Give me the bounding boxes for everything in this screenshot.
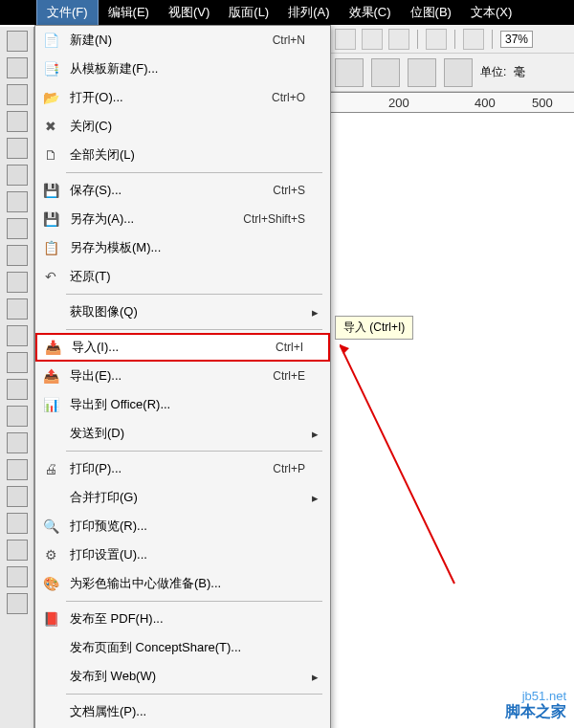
- menu-item-icon: [37, 701, 64, 722]
- toolbox: [0, 27, 34, 728]
- menu-item-label: 另存为模板(M)...: [64, 239, 305, 256]
- menu-item-f[interactable]: 📑从模板新建(F)...: [35, 55, 330, 83]
- tool-rect-icon[interactable]: [7, 272, 28, 293]
- menu-item-c[interactable]: ✖关闭(C): [35, 112, 330, 141]
- menu-item-conceptsharet[interactable]: 发布页面到 ConceptShare(T)...: [35, 633, 330, 662]
- menu-item-icon: 📄: [37, 30, 64, 51]
- tb-btn-5[interactable]: [463, 29, 484, 50]
- menu-file[interactable]: 文件(F): [36, 0, 99, 26]
- submenu-arrow-icon: ▸: [309, 427, 320, 441]
- watermark-text: 脚本之家: [505, 702, 566, 722]
- tb-btn-2[interactable]: [362, 29, 383, 50]
- tool-crop-icon[interactable]: [7, 165, 28, 186]
- menu-item-b[interactable]: 🎨为彩色输出中心做准备(B)...: [35, 569, 330, 598]
- menu-view[interactable]: 视图(V): [159, 0, 219, 25]
- tool-eyedrop-icon[interactable]: [7, 513, 28, 534]
- menu-item-icon: 📕: [37, 608, 64, 629]
- prop-icon-1[interactable]: [335, 58, 364, 87]
- tool-shape-icon[interactable]: [7, 138, 28, 159]
- menu-item-icon: 📂: [37, 87, 64, 108]
- menu-item-label: 另存为(A)...: [64, 210, 243, 228]
- menu-item-label: 从模板新建(F)...: [64, 60, 305, 77]
- menu-item-label: 保存(S)...: [64, 182, 273, 199]
- tool-smart-icon[interactable]: [7, 245, 28, 266]
- tool-zoom-icon[interactable]: [7, 191, 28, 212]
- menu-item-label: 打开(O)...: [64, 89, 272, 106]
- tb-btn-3[interactable]: [388, 29, 409, 50]
- menu-arrange[interactable]: 排列(A): [278, 0, 339, 25]
- menu-item-o[interactable]: 📂打开(O)...Ctrl+O: [35, 83, 330, 112]
- menu-item-icon: ✖: [37, 116, 64, 137]
- menu-item-t[interactable]: ↶还原(T): [35, 262, 330, 291]
- menu-item-shortcut: Ctrl+N: [273, 33, 309, 47]
- menu-item-a[interactable]: 💾另存为(A)...Ctrl+Shift+S: [35, 205, 330, 233]
- menu-item-i[interactable]: 📥导入(I)...Ctrl+I: [35, 333, 330, 362]
- menu-item-label: 文档属性(P)...: [64, 703, 305, 720]
- menu-item-label: 还原(T): [64, 268, 305, 285]
- menu-item-label: 导入(I)...: [66, 339, 276, 356]
- menu-item-webw[interactable]: 发布到 Web(W)▸: [35, 662, 330, 691]
- menu-item-l[interactable]: 🗋全部关闭(L): [35, 141, 330, 169]
- menu-edit[interactable]: 编辑(E): [99, 0, 159, 25]
- prop-icon-3[interactable]: [408, 58, 436, 87]
- menu-effects[interactable]: 效果(C): [340, 0, 401, 25]
- menu-item-label: 发布至 PDF(H)...: [64, 610, 305, 628]
- prop-icon-2[interactable]: [371, 58, 400, 87]
- tool-table-icon[interactable]: [7, 406, 28, 427]
- tool-ellipse-icon[interactable]: [7, 298, 28, 320]
- menu-item-d[interactable]: 发送到(D)▸: [35, 419, 330, 448]
- menu-item-icon: 💾: [37, 180, 64, 201]
- tool-basic-icon[interactable]: [7, 352, 28, 373]
- menu-item-icon: 📋: [37, 237, 64, 258]
- tool-polygon-icon[interactable]: [7, 325, 28, 346]
- menu-item-e[interactable]: 📤导出(E)...Ctrl+E: [35, 362, 330, 390]
- menu-item-p[interactable]: 文档属性(P)...: [35, 697, 330, 726]
- tool-open-icon[interactable]: [7, 57, 28, 78]
- tool-outline-icon[interactable]: [7, 540, 28, 561]
- menu-item-label: 导出(E)...: [64, 367, 273, 385]
- menu-item-p[interactable]: 🖨打印(P)...Ctrl+P: [35, 454, 330, 483]
- property-bar: 单位: 毫: [331, 54, 574, 92]
- tool-new-icon[interactable]: [7, 31, 28, 52]
- menu-item-n[interactable]: 📄新建(N)Ctrl+N: [35, 26, 330, 55]
- menu-item-u[interactable]: ⚙打印设置(U)...: [35, 540, 330, 569]
- menu-item-shortcut: Ctrl+P: [273, 462, 309, 475]
- menu-item-m[interactable]: 📋另存为模板(M)...: [35, 233, 330, 262]
- menu-item-icon: ↶: [37, 266, 64, 287]
- zoom-level[interactable]: 37%: [500, 31, 533, 48]
- toolbar-separator: [454, 30, 455, 49]
- menu-layout[interactable]: 版面(L): [219, 0, 278, 25]
- menu-item-icon: 📤: [37, 365, 64, 386]
- tool-connector-icon[interactable]: [7, 459, 28, 480]
- menu-item-q[interactable]: 获取图像(Q)▸: [35, 298, 330, 326]
- submenu-arrow-icon: ▸: [309, 670, 320, 684]
- menu-item-icon: 🖨: [37, 458, 64, 479]
- menu-item-label: 打印预览(R)...: [64, 518, 305, 535]
- menu-item-pdfh[interactable]: 📕发布至 PDF(H)...: [35, 605, 330, 633]
- tool-texttool-icon[interactable]: [7, 379, 28, 400]
- menu-item-r[interactable]: 🔍打印预览(R)...: [35, 512, 330, 540]
- tool-pick-icon[interactable]: [7, 111, 28, 132]
- tool-dim-icon[interactable]: [7, 432, 28, 453]
- tb-btn-1[interactable]: [335, 29, 356, 50]
- tool-text-icon[interactable]: [7, 84, 28, 105]
- menu-item-g[interactable]: 合并打印(G)▸: [35, 483, 330, 512]
- tool-freehand-icon[interactable]: [7, 218, 28, 239]
- menu-item-label: 合并打印(G): [64, 489, 305, 506]
- tool-fill-icon[interactable]: [7, 566, 28, 587]
- unit-value[interactable]: 毫: [514, 64, 525, 80]
- prop-icon-4[interactable]: [444, 58, 473, 87]
- menu-item-icon: 🗋: [37, 144, 64, 165]
- menu-separator: [66, 172, 322, 173]
- menu-separator: [66, 601, 322, 602]
- menu-item-officer[interactable]: 📊导出到 Office(R)...: [35, 390, 330, 419]
- menu-item-icon: 🔍: [37, 516, 64, 537]
- menu-item-s[interactable]: 💾保存(S)...Ctrl+S: [35, 176, 330, 205]
- menu-bitmap[interactable]: 位图(B): [401, 0, 461, 25]
- tb-btn-4[interactable]: [426, 29, 447, 50]
- ruler-tick: 400: [475, 96, 496, 110]
- tool-interactive-icon[interactable]: [7, 486, 28, 507]
- menu-item-label: 发布到 Web(W): [64, 668, 305, 685]
- tool-ifill-icon[interactable]: [7, 593, 28, 614]
- menu-text[interactable]: 文本(X): [461, 0, 521, 25]
